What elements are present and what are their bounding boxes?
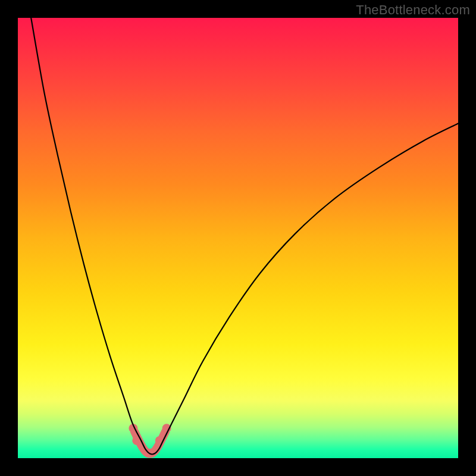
chart-frame: TheBottleneck.com (0, 0, 476, 476)
curve-layer (18, 18, 458, 458)
plot-area (18, 18, 458, 458)
bottleneck-curve (31, 18, 458, 455)
watermark-text: TheBottleneck.com (356, 2, 470, 18)
